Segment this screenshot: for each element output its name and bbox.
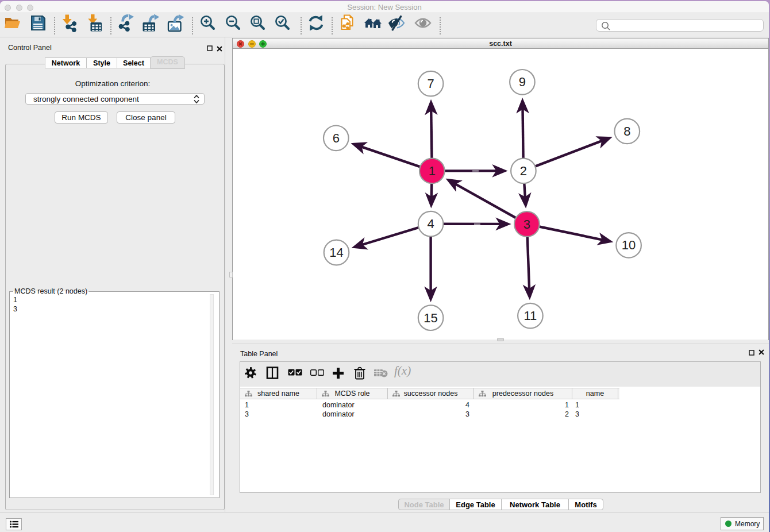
svg-text:15: 15 bbox=[424, 311, 437, 325]
svg-text:8: 8 bbox=[623, 124, 630, 138]
svg-text:6: 6 bbox=[333, 131, 340, 145]
svg-text:9: 9 bbox=[519, 75, 526, 89]
svg-text:11: 11 bbox=[523, 309, 537, 323]
svg-text:3: 3 bbox=[523, 217, 530, 232]
svg-text:7: 7 bbox=[427, 76, 434, 91]
svg-text:2: 2 bbox=[520, 164, 527, 178]
svg-text:1: 1 bbox=[429, 164, 436, 178]
svg-text:10: 10 bbox=[622, 238, 636, 252]
svg-text:14: 14 bbox=[329, 245, 343, 260]
svg-text:4: 4 bbox=[427, 217, 434, 231]
